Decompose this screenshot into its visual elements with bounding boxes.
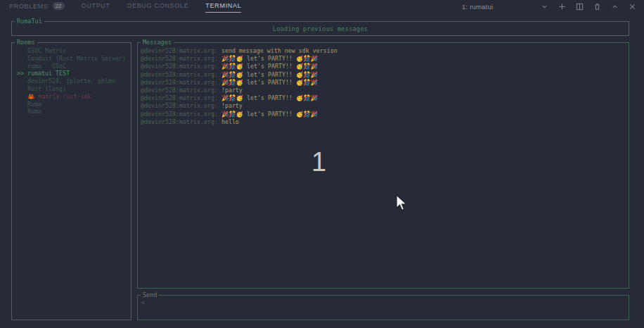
message-sender: @devinr528:matrix.org: (141, 102, 221, 109)
room-item[interactable]: devinr528, jplatte, phlmn (12, 77, 131, 85)
message-text: send message with new sdk version (221, 47, 337, 54)
send-title: Send (141, 291, 159, 299)
split-icon (576, 3, 584, 11)
tab-terminal[interactable]: TERMINAL (205, 2, 241, 13)
tab-output-label: OUTPUT (82, 2, 110, 9)
split-terminal-button[interactable] (575, 2, 584, 11)
message-text: 🎉🎊🥳 let's PARTY!! 🥳🎊🎉 (221, 94, 318, 101)
tab-terminal-label: TERMINAL (205, 2, 241, 9)
message-text: hello (221, 118, 239, 125)
problems-count-badge: 22 (53, 2, 65, 10)
tab-debug-console[interactable]: DEBUG CONSOLE (127, 2, 189, 12)
rumatui-loading-box: RumaTui Loading previous messages (11, 21, 629, 36)
selected-room-marker (17, 85, 27, 93)
message-row: @devinr528:matrix.org: 🎉🎊🥳 let's PARTY!!… (141, 79, 629, 87)
tab-debug-console-label: DEBUG CONSOLE (127, 2, 189, 9)
selected-room-marker (17, 47, 27, 55)
send-panel[interactable]: Send < (137, 295, 629, 320)
mouse-cursor-icon (395, 194, 407, 212)
room-name: rumatui TEST (27, 70, 70, 77)
message-text: 🎉🎊🥳 let's PARTY!! 🥳🎊🎉 (221, 111, 318, 118)
selected-room-marker: >> (17, 70, 27, 77)
close-icon (629, 3, 636, 11)
rooms-list: GSOC MatrixConduit (Rust Matrix Server)r… (12, 43, 131, 115)
app-title: RumaTui (15, 18, 44, 25)
message-sender: @devinr528:matrix.org: (141, 111, 221, 118)
room-item[interactable]: Ruma (12, 108, 131, 115)
room-name: Conduit (Rust Matrix Server) (27, 55, 126, 63)
new-terminal-button[interactable] (558, 2, 567, 11)
message-text: 🎉🎊🥳 let's PARTY!! 🥳🎊🎉 (221, 63, 318, 70)
trash-icon (593, 3, 601, 11)
message-row: @devinr528:matrix.org: 🎉🎊🥳 let's PARTY!!… (141, 71, 629, 79)
message-sender: @devinr528:matrix.org: (141, 55, 221, 62)
close-panel-button[interactable] (628, 2, 637, 11)
message-row: @devinr528:matrix.org: 🎉🎊🥳 let's PARTY!!… (141, 111, 629, 118)
terminal-controls: 1: rumatui (462, 2, 637, 11)
panel-header: PROBLEMS 22 OUTPUT DEBUG CONSOLE TERMINA… (0, 0, 644, 14)
chevron-up-icon (611, 3, 619, 11)
selected-room-marker (17, 63, 27, 70)
room-item[interactable]: Rust (lang) (12, 85, 131, 93)
message-row: @devinr528:matrix.org: 🎉🎊🥳 let's PARTY!!… (141, 55, 629, 63)
room-name: devinr528, jplatte, phlmn (27, 77, 115, 85)
rooms-panel: Rooms GSOC MatrixConduit (Rust Matrix Se… (11, 42, 131, 320)
messages-list: @devinr528:matrix.org: send message with… (138, 43, 629, 126)
room-item[interactable]: ruma - GSoC (12, 63, 131, 70)
rooms-title: Rooms (15, 39, 37, 46)
terminal-instance-value: 1: rumatui (462, 3, 493, 11)
room-name: GSOC Matrix (27, 47, 66, 55)
panel-tabs: PROBLEMS 22 OUTPUT DEBUG CONSOLE TERMINA… (9, 2, 241, 13)
message-sender: @devinr528:matrix.org: (141, 79, 221, 86)
overlay-number: 1 (311, 149, 326, 175)
send-input-prompt[interactable]: < (141, 299, 145, 306)
room-name: Ruma (27, 101, 41, 108)
plus-icon (558, 3, 566, 11)
message-sender: @devinr528:matrix.org: (141, 94, 221, 101)
message-row: @devinr528:matrix.org: hello (141, 118, 629, 126)
message-sender: @devinr528:matrix.org: (141, 71, 221, 78)
room-item[interactable]: Conduit (Rust Matrix Server) (12, 55, 131, 63)
message-row: @devinr528:matrix.org: send message with… (141, 47, 629, 55)
room-item[interactable]: Ruma (12, 101, 131, 108)
message-text: 🎉🎊🥳 let's PARTY!! 🥳🎊🎉 (221, 79, 318, 86)
message-row: @devinr528:matrix.org: !party (141, 87, 629, 94)
message-sender: @devinr528:matrix.org: (141, 118, 221, 125)
selected-room-marker (17, 77, 27, 85)
message-sender: @devinr528:matrix.org: (141, 87, 221, 94)
maximize-panel-button[interactable] (610, 2, 619, 11)
kill-terminal-button[interactable] (593, 2, 602, 11)
messages-title: Messages (141, 39, 174, 46)
room-name: 🦀 matrix-rust-sdk (27, 93, 91, 101)
room-item[interactable]: >>rumatui TEST (12, 70, 131, 77)
message-text: !party (221, 102, 243, 109)
message-row: @devinr528:matrix.org: !party (141, 102, 629, 110)
selected-room-marker (17, 93, 27, 101)
room-item[interactable]: GSOC Matrix (12, 47, 131, 55)
tab-output[interactable]: OUTPUT (82, 2, 110, 12)
room-name: Rust (lang) (27, 85, 66, 93)
room-item[interactable]: 🦀 matrix-rust-sdk (12, 93, 131, 101)
message-row: @devinr528:matrix.org: 🎉🎊🥳 let's PARTY!!… (141, 94, 629, 102)
loading-status: Loading previous messages (12, 22, 629, 35)
room-name: ruma - GSoC (27, 63, 66, 70)
room-name: Ruma (27, 108, 41, 115)
message-row: @devinr528:matrix.org: 🎉🎊🥳 let's PARTY!!… (141, 63, 629, 70)
selected-room-marker (17, 55, 27, 63)
messages-panel: Messages @devinr528:matrix.org: send mes… (137, 42, 629, 289)
chevron-down-icon (540, 2, 549, 11)
tab-problems-label: PROBLEMS (9, 3, 49, 10)
message-sender: @devinr528:matrix.org: (141, 47, 221, 54)
message-text: !party (221, 87, 243, 94)
terminal-instance-select[interactable]: 1: rumatui (462, 2, 549, 11)
message-text: 🎉🎊🥳 let's PARTY!! 🥳🎊🎉 (221, 71, 318, 78)
message-sender: @devinr528:matrix.org: (141, 63, 221, 70)
selected-room-marker (17, 101, 27, 108)
tab-problems[interactable]: PROBLEMS 22 (9, 2, 65, 13)
message-text: 🎉🎊🥳 let's PARTY!! 🥳🎊🎉 (221, 55, 318, 62)
selected-room-marker (17, 108, 27, 115)
